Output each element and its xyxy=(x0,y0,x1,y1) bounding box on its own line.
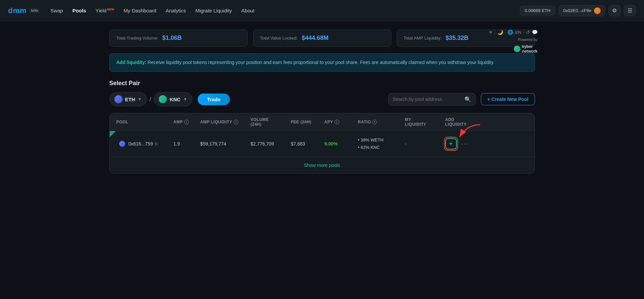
add-btn-wrapper: + xyxy=(445,138,457,150)
nav-links: Swap Pools YieldNEW My Dashboard Analyti… xyxy=(50,8,254,13)
stat-label-tvl: Total Value Locked: xyxy=(260,36,298,41)
settings-button[interactable]: ⚙ xyxy=(608,5,621,16)
nav-right: 0.00668 ETH 0x02E0...cF9e ⚙ ☰ xyxy=(520,5,636,16)
add-liquidity-cell: + ·· xyxy=(445,138,486,150)
nav-link-migrate[interactable]: Migrate Liquidity xyxy=(195,8,232,13)
ratio-info-icon[interactable]: i xyxy=(372,120,377,124)
kyber-name: kybernetwork xyxy=(522,44,537,54)
th-amp-liquidity: AMP LIQUIDITY i xyxy=(200,117,251,127)
th-add-liquidity: ADDLIQUIDITY xyxy=(445,117,486,127)
th-amp: AMP i xyxy=(174,117,200,127)
moon-icon[interactable]: 🌙 xyxy=(497,29,503,35)
show-more-pools[interactable]: Show more pools xyxy=(110,157,535,173)
pool-table: POOL AMP i AMP LIQUIDITY i VOLUME(24H) F… xyxy=(109,113,535,174)
history-icon[interactable]: ↺ xyxy=(526,29,530,35)
stat-card-volume: Total Trading Volume: $1.06B xyxy=(109,29,248,47)
divider2 xyxy=(505,29,505,35)
stats-row: Total Trading Volume: $1.06B Total Value… xyxy=(109,29,535,47)
side-controls: ☀ 🌙 🌐 EN ↺ 💬 Powered by kybernetwork xyxy=(489,29,540,54)
nav-item-pools[interactable]: Pools xyxy=(72,8,86,13)
sun-icon[interactable]: ☀ xyxy=(489,29,493,35)
pair-selector: ETH ▼ / KNC ▼ xyxy=(109,92,192,106)
globe-icon[interactable]: 🌐 xyxy=(507,29,513,35)
wallet-avatar-icon xyxy=(594,7,601,14)
nav-item-dashboard[interactable]: My Dashboard xyxy=(123,8,156,13)
token2-chevron-icon: ▼ xyxy=(183,97,187,102)
logo-beta: beta xyxy=(30,8,40,13)
nav-item-yield[interactable]: YieldNEW xyxy=(96,8,114,13)
wallet-address-button[interactable]: 0x02E0...cF9e xyxy=(559,5,605,16)
kyber-icon xyxy=(514,46,521,52)
info-banner: Add liquidity: Receive liquidity pool to… xyxy=(109,53,535,72)
plus-icon: + xyxy=(449,140,453,147)
search-pool-input[interactable] xyxy=(393,97,462,102)
divider xyxy=(495,29,495,35)
trade-button[interactable]: Trade xyxy=(198,94,230,105)
token1-label: ETH xyxy=(125,97,135,102)
table-row: 0x616...759 ⎘ 1.9 $59,179,774 $2,776,709… xyxy=(110,131,535,157)
stat-value-tvl: $444.68M xyxy=(302,35,329,42)
th-apy: APY i xyxy=(325,117,358,127)
pool-indicator-triangle xyxy=(110,131,116,137)
token1-select[interactable]: ETH ▼ xyxy=(109,92,147,106)
ratio-weth: • 38% WETH xyxy=(358,136,405,144)
th-volume: VOLUME(24H) xyxy=(251,117,291,127)
apy-cell: 9.00% xyxy=(325,141,358,146)
chat-icon[interactable]: 💬 xyxy=(532,29,538,35)
amp-liquidity-cell: $59,179,774 xyxy=(200,141,251,146)
token2-select[interactable]: KNC ▼ xyxy=(154,92,192,106)
search-icon: 🔍 xyxy=(464,96,471,103)
language-label[interactable]: EN xyxy=(515,30,521,35)
nav-link-swap[interactable]: Swap xyxy=(50,8,63,13)
nav-link-about[interactable]: About xyxy=(241,8,254,13)
nav-item-analytics[interactable]: Analytics xyxy=(166,8,186,13)
theme-toggle-row: ☀ 🌙 🌐 EN ↺ 💬 xyxy=(489,29,537,35)
copy-icon[interactable]: ⎘ xyxy=(155,141,158,146)
pair-controls: ETH ▼ / KNC ▼ Trade 🔍 + Create New Pool xyxy=(109,92,535,106)
eth-icon xyxy=(114,95,122,103)
ratio-knc: • 62% KNC xyxy=(358,144,405,151)
nav-link-analytics[interactable]: Analytics xyxy=(166,8,186,13)
th-my-liquidity: MYLIQUIDITY xyxy=(405,117,445,127)
token1-chevron-icon: ▼ xyxy=(138,97,142,102)
amp-liquidity-info-icon[interactable]: i xyxy=(234,120,238,124)
nav-item-swap[interactable]: Swap xyxy=(50,8,63,13)
more-options-button[interactable]: ··· xyxy=(460,139,470,149)
fee-cell: $7,683 xyxy=(291,141,325,146)
stat-value-volume: $1.06B xyxy=(162,35,182,42)
apy-info-icon[interactable]: i xyxy=(335,120,339,124)
pair-slash: / xyxy=(149,96,151,103)
wallet-address-text: 0x02E0...cF9e xyxy=(563,8,591,13)
amp-info-icon[interactable]: i xyxy=(184,120,189,124)
nav-link-dashboard[interactable]: My Dashboard xyxy=(123,8,156,13)
divider3 xyxy=(524,29,524,35)
pool-token-icon xyxy=(119,141,125,147)
hamburger-icon: ☰ xyxy=(628,7,632,14)
nav-link-yield[interactable]: YieldNEW xyxy=(96,8,114,13)
add-liquidity-button[interactable]: + xyxy=(445,138,457,150)
pool-address-cell: 0x616...759 ⎘ xyxy=(116,141,174,147)
stat-label-volume: Total Trading Volume: xyxy=(116,36,158,41)
select-pair-title: Select Pair xyxy=(109,80,535,87)
stat-value-amp: $35.32B xyxy=(446,35,468,42)
amp-cell: 1.9 xyxy=(174,141,200,146)
gear-icon: ⚙ xyxy=(612,7,617,14)
info-text: Receive liquidity pool tokens representi… xyxy=(148,60,494,65)
nav-item-about[interactable]: About xyxy=(241,8,254,13)
my-liquidity-cell: - xyxy=(405,141,445,146)
table-header: POOL AMP i AMP LIQUIDITY i VOLUME(24H) F… xyxy=(110,113,535,131)
nav-left: dmm beta Swap Pools YieldNEW My Dashboar… xyxy=(8,6,254,15)
nav-link-pools[interactable]: Pools xyxy=(72,8,86,13)
th-pool: POOL xyxy=(116,117,174,127)
info-highlight: Add liquidity: xyxy=(116,60,146,65)
stat-label-amp: Total AMP Liquidity: xyxy=(404,36,442,41)
create-pool-button[interactable]: + Create New Pool xyxy=(481,93,535,105)
wallet-eth-balance: 0.00668 ETH xyxy=(520,6,556,15)
pool-address-text: 0x616...759 xyxy=(129,141,153,146)
search-pool-input-wrapper: 🔍 xyxy=(388,93,476,106)
th-fee: FEE (24H) xyxy=(291,117,325,127)
logo-text[interactable]: dmm xyxy=(8,6,27,15)
new-badge: NEW xyxy=(107,8,114,11)
nav-item-migrate[interactable]: Migrate Liquidity xyxy=(195,8,232,13)
menu-button[interactable]: ☰ xyxy=(624,5,636,16)
